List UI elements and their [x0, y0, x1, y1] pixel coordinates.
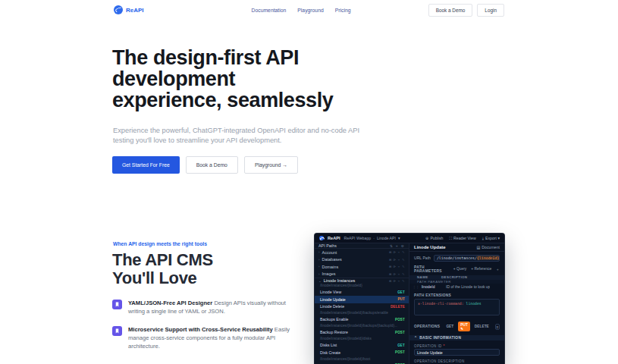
row-action-icons[interactable]: ⊞ ⟳ ＋ ✎ [389, 258, 405, 262]
hero-subtitle: Experience the powerful, ChatGPT-integra… [113, 126, 363, 146]
project-name: Linode API [377, 236, 396, 240]
param-row[interactable]: ⋮⋮linodeIdID of the Linode to look up [409, 284, 504, 290]
feature-text: YAML/JSON-Free API Designer Design APIs … [128, 299, 296, 315]
section-title-line2: You'll Love [112, 268, 197, 287]
site-logo[interactable]: ReAPI [114, 5, 144, 14]
url-path-input[interactable]: /linode/instances/ {linodeId} [434, 255, 500, 262]
api-path-row: /linode/instances/{linodeId}/boot [315, 356, 409, 362]
operation-id-input[interactable]: Linode Update [414, 349, 500, 356]
operation-name: Disk Create [320, 350, 340, 355]
sidebar-title: API Paths [318, 243, 337, 248]
api-operation-row[interactable]: Backup RestorePOST [315, 329, 409, 337]
method-badge: POST [395, 350, 405, 354]
app-body: API Paths ⇅ ＋ ⚙ ›Account⊞ ⟳ ＋ ✎›Database… [315, 243, 504, 364]
sidebar-groups: ›Account⊞ ⟳ ＋ ✎›Databases⊞ ⟳ ＋ ✎›Domains… [315, 249, 409, 278]
method-tabs: GETPUT ✎DELETE [444, 322, 491, 331]
sidebar-group-images[interactable]: ›Images⊞ ⟳ ＋ ✎ [315, 271, 409, 278]
reader-view-icon: ⛶ [449, 236, 452, 241]
api-path-row: /linode/instances/{linodeId} [315, 283, 409, 289]
basic-information-section[interactable]: ⌃ BASIC INFORMATION [409, 335, 504, 340]
sidebar-entries: /linode/instances/{linodeId}Linode ViewG… [315, 283, 409, 364]
method-badge: GET [397, 344, 405, 347]
api-path-row: /linode/instances/{linodeId}/backups/{ba… [315, 323, 409, 329]
logo-text: ReAPI [126, 7, 144, 14]
add-operation-button[interactable]: ≡ [495, 324, 500, 330]
api-operation-row[interactable]: Disk CreatePOST [315, 349, 409, 356]
method-badge: DELETE [391, 305, 405, 309]
row-action-icons[interactable]: ⊞ ⟳ ＋ ✎ [389, 265, 405, 268]
export-button[interactable]: ⤓ Export ▾ [482, 236, 500, 241]
parameter-actions: + Query + Reference ＋ [453, 267, 500, 271]
hero-title-line1: The design-first API [112, 46, 299, 69]
operation-description-label: OPERATION DESCRIPTION [409, 356, 504, 364]
publish-button[interactable]: ⊕ Publish [425, 236, 443, 241]
path-param-token: {linodeId} [477, 256, 499, 260]
feature-title: Microservice Support with Cross-Service … [128, 326, 274, 333]
document-button[interactable]: ▤ Document [476, 245, 500, 249]
feature-title: YAML/JSON-Free API Designer [128, 300, 214, 306]
chevron-right-icon: › [318, 265, 319, 268]
landing-page: ReAPI DocumentationPlaygroundPricing Boo… [0, 0, 618, 364]
panel-header: Linode Update ▤ Document [409, 243, 504, 252]
path-extensions-editor[interactable]: x-linode-cli-command: linodes [414, 299, 500, 315]
required-asterisk: * [443, 344, 444, 348]
nav-link-pricing[interactable]: Pricing [335, 8, 351, 13]
method-tab-get[interactable]: GET [444, 324, 456, 330]
method-badge: PUT [397, 297, 405, 301]
nav-link-documentation[interactable]: Documentation [252, 8, 287, 13]
add-query-button[interactable]: + Query [453, 267, 467, 271]
operation-name: Backups Enable [320, 317, 349, 322]
hero-title-line3: experience, seamlessly [112, 89, 333, 111]
header-actions: Book a Demo Login [428, 4, 504, 17]
sidebar-header-icons[interactable]: ⇅ ＋ ⚙ [390, 244, 405, 248]
api-operation-row[interactable]: Linode DeleteDELETE [315, 303, 409, 311]
chevron-up-icon: ⌃ [414, 336, 417, 340]
playground-button[interactable]: Playground → [244, 156, 298, 174]
operation-name: Backup Restore [320, 330, 348, 334]
sidebar-group-account[interactable]: ›Account⊞ ⟳ ＋ ✎ [315, 249, 409, 256]
login-button[interactable]: Login [477, 4, 504, 17]
add-more-button[interactable]: ＋ [496, 267, 500, 271]
sidebar-header: API Paths ⇅ ＋ ⚙ [315, 243, 409, 249]
api-operation-row[interactable]: Backups EnablePOST [315, 316, 409, 324]
app-logo-text: ReAPI [328, 236, 340, 240]
sidebar-group-linode-instances[interactable]: ⌄ Linode Instances ⊞ ⟳ ＋ ✎ [315, 278, 409, 283]
main-nav: DocumentationPlaygroundPricing [252, 8, 351, 13]
method-tab-put[interactable]: PUT ✎ [458, 322, 470, 331]
hero-title: The design-first API development experie… [112, 47, 362, 111]
feature-list: YAML/JSON-Free API Designer Design APIs … [112, 299, 296, 350]
add-reference-button[interactable]: + Reference [471, 267, 491, 271]
section-eyebrow: When API design meets the right tools [113, 241, 207, 246]
row-action-icons[interactable]: ⊞ ⟳ ＋ ✎ [389, 250, 405, 254]
sidebar-group-databases[interactable]: ›Databases⊞ ⟳ ＋ ✎ [315, 256, 409, 264]
book-demo-button[interactable]: Book a Demo [428, 4, 473, 17]
section-title-line1: The API CMS [112, 250, 213, 269]
get-started-button[interactable]: Get Started For Free [112, 156, 180, 174]
api-operation-row[interactable]: Linode ViewGET [315, 289, 409, 297]
sidebar-group-domains[interactable]: ›Domains⊞ ⟳ ＋ ✎ [315, 263, 409, 271]
hero-book-demo-button[interactable]: Book a Demo [186, 156, 238, 174]
row-action-icons[interactable]: ⊞ ⟳ ＋ ✎ [389, 279, 405, 283]
group-label: Account [322, 250, 337, 255]
path-parameters-header: PATH PARAMETERS + Query + Reference ＋ [409, 264, 504, 275]
method-tab-delete[interactable]: DELETE [472, 324, 491, 330]
chevron-down-icon: ▾ [398, 236, 400, 240]
api-operation-row[interactable]: Disks ListGET [315, 342, 409, 350]
method-badge: GET [397, 290, 405, 294]
app-topbar-actions: ⊕ Publish ⛶ Reader View ⤓ Export ▾ [425, 236, 500, 241]
row-action-icons[interactable]: ⊞ ⟳ ＋ ✎ [389, 272, 405, 276]
bookmark-icon [112, 326, 122, 336]
app-breadcrumb[interactable]: ReAPI Webapp · Linode API ▾ [344, 236, 400, 240]
app-topbar: ReAPI ReAPI Webapp · Linode API ▾ ⊕ Publ… [315, 234, 504, 243]
chevron-right-icon: › [318, 250, 319, 254]
reader-view-button[interactable]: ⛶ Reader View [449, 236, 475, 241]
drag-handle-icon[interactable]: ⋮⋮ [413, 285, 419, 289]
breadcrumb-separator: · [373, 236, 375, 240]
operation-name: Disks List [320, 343, 337, 347]
nav-link-playground[interactable]: Playground [297, 8, 323, 13]
api-operation-row[interactable]: Linode UpdatePUT [315, 296, 409, 303]
app-screenshot: ReAPI ReAPI Webapp · Linode API ▾ ⊕ Publ… [315, 234, 504, 364]
workspace-name: ReAPI Webapp [344, 236, 371, 240]
param-name: linodeId [422, 284, 444, 289]
param-description: ID of the Linode to look up [446, 284, 490, 289]
